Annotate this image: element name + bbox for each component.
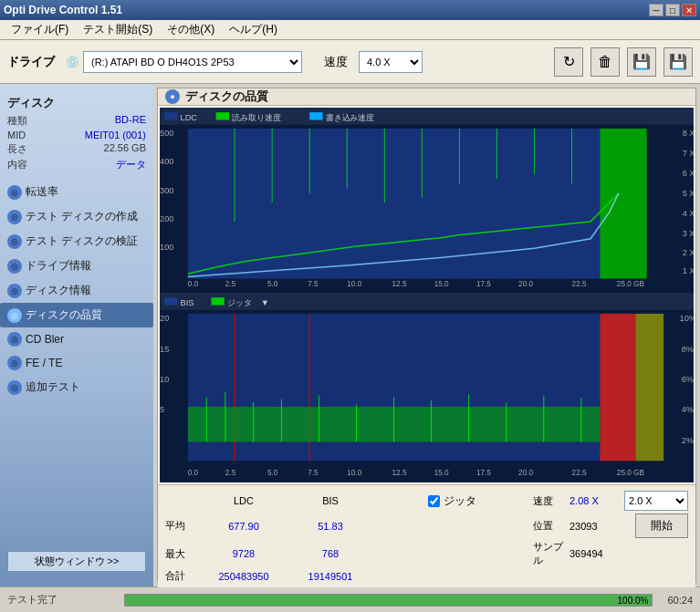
svg-text:2.5: 2.5 — [225, 280, 236, 288]
sidebar-item-disc-info-label: ディスク情報 — [26, 283, 91, 298]
sample-value: 369494 — [569, 548, 624, 559]
svg-text:4 X: 4 X — [683, 209, 694, 218]
sidebar-item-transfer[interactable]: ◎ 転送率 — [0, 180, 153, 204]
info-mid-label: MID — [7, 130, 26, 140]
info-type-value: BD-RE — [115, 114, 146, 128]
sidebar-section-title: ディスク — [0, 91, 153, 113]
stats-bis-header: BIS — [289, 495, 371, 506]
svg-text:読み取り速度: 読み取り速度 — [232, 112, 281, 121]
total-row: 合計 250483950 19149501 — [165, 568, 688, 584]
main-content: ディスク 種類 BD-RE MID MEIT01 (001) 長さ 22.56 … — [0, 84, 700, 586]
burn-button[interactable]: 💾 — [627, 47, 656, 77]
sidebar-info-type: 種類 BD-RE — [0, 113, 153, 129]
svg-text:8 X: 8 X — [683, 129, 694, 138]
stats-ldc-header: LDC — [198, 495, 289, 506]
sidebar-info-content: 内容 データ — [0, 157, 153, 172]
svg-text:2%: 2% — [682, 436, 694, 445]
refresh-button[interactable]: ↻ — [554, 47, 583, 77]
svg-text:0.0: 0.0 — [188, 469, 199, 477]
drive-info-icon: ◎ — [7, 259, 22, 274]
save-button[interactable]: 💾 — [663, 47, 693, 77]
sidebar-item-extra-test[interactable]: ◎ 追加テスト — [0, 375, 153, 399]
drive-select-area: 💿 (R:) ATAPI BD O DH4O1S 2P53 — [66, 51, 302, 73]
svg-text:8%: 8% — [682, 345, 694, 354]
svg-text:3 X: 3 X — [683, 229, 694, 238]
svg-text:20.0: 20.0 — [518, 280, 533, 288]
menu-test-start[interactable]: テスト開始(S) — [76, 20, 160, 39]
sidebar-item-verify-label: テスト ディスクの検証 — [26, 233, 138, 249]
sidebar-item-transfer-label: 転送率 — [26, 184, 58, 200]
sample-label: サンプル — [533, 540, 569, 567]
erase-button[interactable]: 🗑 — [590, 47, 620, 77]
progress-container: 100.0% — [124, 594, 653, 607]
cd-bler-icon: ◎ — [7, 332, 22, 347]
drive-icon: 💿 — [66, 56, 79, 68]
avg-bis: 51.83 — [289, 521, 371, 532]
sidebar-item-fe-te-label: FE / TE — [26, 357, 62, 369]
speed2-dropdown[interactable]: 2.0 X — [624, 491, 688, 511]
drive-dropdown[interactable]: (R:) ATAPI BD O DH4O1S 2P53 — [83, 51, 302, 73]
toolbar: ドライブ 💿 (R:) ATAPI BD O DH4O1S 2P53 速度 4.… — [0, 40, 700, 84]
sidebar-item-create-test[interactable]: ◎ テスト ディスクの作成 — [0, 204, 153, 229]
total-label: 合計 — [165, 569, 198, 583]
menu-file[interactable]: ファイル(F) — [4, 20, 76, 39]
svg-rect-49 — [211, 297, 224, 305]
svg-text:4%: 4% — [682, 405, 694, 414]
sidebar-item-drive-info[interactable]: ◎ ドライブ情報 — [0, 254, 153, 278]
speed2-select-area: 2.0 X — [624, 491, 688, 511]
speed-value-stat: 2.08 X — [569, 495, 624, 506]
jitter-label: ジッタ — [444, 493, 476, 509]
sidebar-item-disc-quality-label: ディスクの品質 — [26, 307, 102, 323]
sidebar-item-disc-info[interactable]: ◎ ディスク情報 — [0, 278, 153, 303]
svg-text:▼: ▼ — [261, 298, 269, 307]
status-window-button[interactable]: 状態ウィンドウ >> — [7, 551, 146, 572]
svg-rect-64 — [635, 314, 663, 461]
svg-rect-6 — [309, 112, 322, 119]
svg-text:7.5: 7.5 — [308, 469, 319, 477]
sidebar-item-verify-test[interactable]: ◎ テスト ディスクの検証 — [0, 229, 153, 254]
info-type-label: 種類 — [7, 114, 27, 128]
svg-text:15: 15 — [160, 345, 169, 354]
sidebar-item-disc-quality[interactable]: ◎ ディスクの品質 — [0, 303, 153, 327]
sidebar-item-cd-bler[interactable]: ◎ CD Bler — [0, 327, 153, 351]
avg-row: 平均 677.90 51.83 位置 23093 開始 — [165, 513, 688, 539]
sidebar: ディスク 種類 BD-RE MID MEIT01 (001) 長さ 22.56 … — [0, 84, 153, 586]
sidebar-item-drive-info-label: ドライブ情報 — [26, 258, 91, 274]
speed-label-stat: 速度 — [533, 494, 569, 508]
svg-text:200: 200 — [160, 214, 173, 223]
svg-rect-23 — [600, 129, 646, 279]
status-time: 60:24 — [667, 595, 693, 606]
sidebar-item-fe-te[interactable]: ◎ FE / TE — [0, 351, 153, 375]
max-ldc: 9728 — [198, 548, 289, 559]
position-value: 23093 — [569, 521, 624, 532]
maximize-button[interactable]: □ — [665, 4, 680, 16]
menu-help[interactable]: ヘルプ(H) — [222, 20, 285, 39]
total-bis: 19149501 — [289, 571, 371, 582]
chart-title-icon: ● — [165, 89, 180, 104]
chart-title: ディスクの品質 — [185, 88, 268, 105]
svg-text:20: 20 — [160, 314, 169, 323]
fe-te-icon: ◎ — [7, 356, 22, 370]
svg-text:1 X: 1 X — [683, 266, 694, 275]
svg-text:書き込み速度: 書き込み速度 — [326, 112, 375, 121]
info-content-label: 内容 — [7, 158, 27, 171]
svg-text:7.5: 7.5 — [308, 280, 319, 288]
svg-text:LDC: LDC — [181, 112, 198, 121]
speed-dropdown[interactable]: 4.0 X — [359, 51, 423, 73]
svg-text:10: 10 — [160, 375, 169, 384]
svg-text:5: 5 — [160, 405, 164, 414]
svg-text:5.0: 5.0 — [267, 280, 278, 288]
jitter-checkbox[interactable] — [428, 495, 440, 507]
menu-other[interactable]: その他(X) — [160, 20, 222, 39]
start-button[interactable]: 開始 — [635, 513, 688, 538]
svg-text:17.5: 17.5 — [476, 280, 491, 288]
close-button[interactable]: ✕ — [682, 4, 696, 16]
menu-bar: ファイル(F) テスト開始(S) その他(X) ヘルプ(H) — [0, 20, 700, 40]
progress-label: 100.0% — [618, 595, 649, 607]
verify-test-icon: ◎ — [7, 234, 22, 249]
info-length-value: 22.56 GB — [104, 142, 146, 156]
minimize-button[interactable]: ─ — [649, 4, 663, 16]
extra-test-icon: ◎ — [7, 380, 22, 395]
svg-text:2.5: 2.5 — [225, 469, 236, 477]
status-bar: テスト完了 100.0% 60:24 — [0, 586, 700, 612]
